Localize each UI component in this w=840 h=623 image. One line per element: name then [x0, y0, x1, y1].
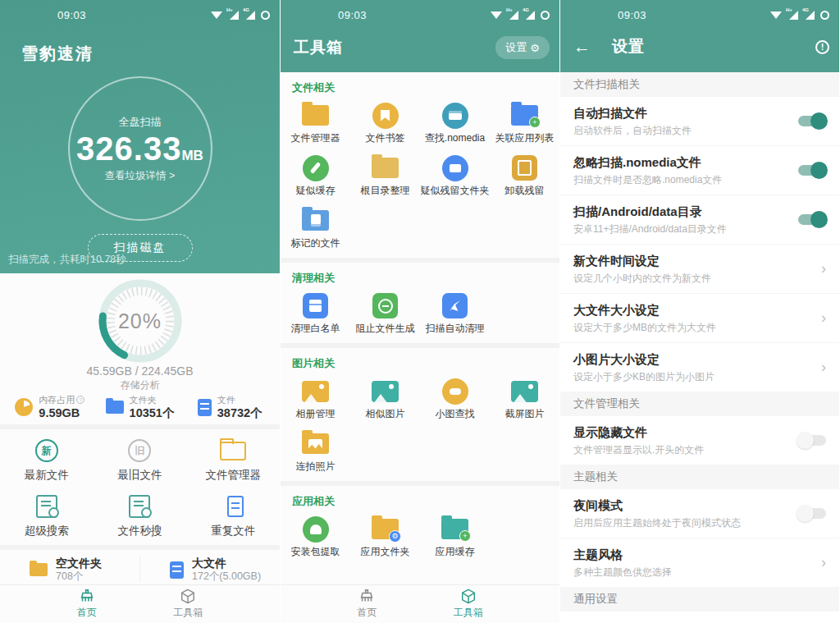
- folder-icon: [106, 401, 124, 414]
- nomedia-icon: [442, 103, 468, 129]
- oldest-files-icon: 旧: [128, 439, 151, 462]
- tool-similar-images[interactable]: 相似图片: [350, 378, 420, 420]
- settings-group-header: 通用设置: [560, 587, 839, 612]
- toggle[interactable]: [798, 508, 826, 519]
- tool-duplicate-files[interactable]: 重复文件: [186, 493, 280, 538]
- cube-icon: [179, 589, 197, 605]
- screen: 09:03 H+ 4G 雪豹速清 全盘扫描 326.33MB 查看垃圾详情 > …: [0, 0, 840, 623]
- stat-folders: 文件夹 10351个: [95, 395, 185, 419]
- screenshot-icon: [511, 381, 538, 402]
- block-icon: [372, 293, 398, 318]
- page-title: 工具箱: [294, 37, 343, 58]
- chevron-right-icon: ›: [821, 359, 826, 376]
- setting-auto-scan[interactable]: 自动扫描文件 启动软件后，自动扫描文件: [560, 97, 839, 145]
- tool-file-manager[interactable]: 文件管理器: [186, 437, 280, 483]
- linked-apps-icon: [511, 105, 538, 126]
- nav-home[interactable]: 首页: [357, 589, 377, 620]
- setting-show-hidden-files[interactable]: 显示隐藏文件 文件管理器显示以.开头的文件: [560, 416, 839, 465]
- setting-ignore-nomedia[interactable]: 忽略扫描.nomedia文件 扫描文件时是否忽略.nomedia文件: [560, 145, 839, 195]
- super-search-icon: [36, 495, 57, 518]
- tool-root-cleanup[interactable]: 根目录整理: [350, 154, 420, 197]
- battery-icon: [261, 11, 270, 20]
- status-bar: 09:03 H+ 4G: [281, 0, 559, 25]
- section-apps: 应用相关 安装包提取 应用文件夹 应用缓存: [281, 486, 559, 566]
- signal-icon: 4G: [244, 11, 255, 20]
- toggle[interactable]: [798, 435, 826, 446]
- tool-file-bookmarks[interactable]: 文件书签: [350, 102, 420, 144]
- settings-group-header: 文件管理相关: [560, 392, 839, 416]
- status-time: 09:03: [618, 9, 646, 21]
- broom-icon: [358, 589, 376, 605]
- tool-marked-files[interactable]: 标记的文件: [281, 207, 350, 250]
- settings-list: 文件扫描相关 自动扫描文件 启动软件后，自动扫描文件 忽略扫描.nomedia文…: [560, 72, 839, 623]
- setting-new-file-time[interactable]: 新文件时间设定 设定几个小时内的文件为新文件 ›: [560, 244, 839, 293]
- setting-big-file-size[interactable]: 大文件大小设定 设定大于多少MB的文件为大文件 ›: [560, 293, 839, 342]
- app-folders-icon: [372, 519, 399, 539]
- tool-block-file-creation[interactable]: 阻止文件生成: [350, 292, 420, 335]
- toolbox-header: 09:03 H+ 4G 工具箱 设置 ⚙: [281, 0, 559, 72]
- page-title: 设置: [612, 36, 645, 57]
- empty-folders-entry[interactable]: 空文件夹 708个: [0, 557, 139, 583]
- tool-clean-whitelist[interactable]: 清理白名单: [281, 292, 350, 335]
- section-images: 图片相关 相册管理 相似图片 小图查找 截屏图片: [281, 348, 559, 481]
- home-tools-grid: 新 最新文件 旧 最旧文件 文件管理器 超级搜索 文件秒搜 重复文件: [0, 429, 280, 545]
- setting-scan-android-data[interactable]: 扫描/Android/data目录 安卓11+扫描/Android/data目录…: [560, 195, 839, 244]
- back-icon[interactable]: ←: [573, 37, 591, 57]
- panel-home: 09:03 H+ 4G 雪豹速清 全盘扫描 326.33MB 查看垃圾详情 > …: [0, 0, 280, 623]
- tool-small-image-finder[interactable]: 小图查找: [420, 378, 490, 420]
- tool-suspected-cache[interactable]: 疑似缓存: [281, 154, 350, 197]
- chevron-right-icon: ›: [821, 260, 826, 277]
- tool-apk-extract[interactable]: 安装包提取: [281, 515, 350, 558]
- tool-oldest-files[interactable]: 旧 最旧文件: [94, 437, 187, 483]
- gear-icon: ⚙: [530, 42, 540, 54]
- tool-find-nomedia[interactable]: 查找.nomedia: [420, 102, 490, 144]
- signal-icon: H+: [228, 11, 239, 20]
- scan-result-circle: 全盘扫描 326.33MB 查看垃圾详情 >: [68, 76, 212, 221]
- tool-burst-photos[interactable]: 连拍照片: [281, 430, 350, 473]
- setting-theme-style[interactable]: 主题风格 多种主题颜色供您选择 ›: [560, 538, 839, 587]
- setting-small-image-size[interactable]: 小图片大小设定 设定小于多少KB的图片为小图片 ›: [560, 342, 839, 392]
- storage-caption: 存储分析: [0, 378, 280, 392]
- chevron-right-icon: ›: [821, 554, 826, 571]
- tool-uninstall-residue[interactable]: 卸载残留: [490, 154, 559, 197]
- tool-linked-apps[interactable]: 关联应用列表: [490, 102, 559, 144]
- tool-album-manager[interactable]: 相册管理: [281, 378, 350, 420]
- nav-toolbox[interactable]: 工具箱: [454, 589, 483, 620]
- battery-icon: [820, 11, 829, 20]
- stat-memory: 内存占用? 9.59GB: [5, 395, 95, 419]
- tool-super-search[interactable]: 超级搜索: [0, 493, 94, 538]
- view-junk-details-link[interactable]: 查看垃圾详情 >: [105, 169, 176, 183]
- whitelist-icon: [303, 293, 328, 318]
- help-icon[interactable]: ?: [76, 396, 84, 404]
- setting-night-mode[interactable]: 夜间模式 启用后应用主题始终处于夜间模式状态: [560, 489, 839, 538]
- signal-icon: H+: [788, 11, 798, 20]
- big-files-entry[interactable]: 大文件 172个(5.00GB): [139, 557, 280, 583]
- tool-app-cache[interactable]: 应用缓存: [420, 515, 490, 558]
- info-icon[interactable]: !: [815, 40, 829, 54]
- tool-app-folders[interactable]: 应用文件夹: [350, 515, 420, 558]
- nav-toolbox[interactable]: 工具箱: [173, 589, 203, 620]
- chevron-right-icon: ›: [821, 309, 826, 327]
- toggle[interactable]: [798, 214, 826, 225]
- tool-file-manager[interactable]: 文件管理器: [281, 102, 350, 144]
- big-file-icon: [170, 561, 184, 579]
- wifi-icon: [211, 11, 222, 19]
- small-image-icon: [442, 378, 468, 405]
- album-icon: [302, 381, 329, 402]
- scan-size-value: 326.33: [76, 131, 181, 167]
- status-bar: 09:03 H+ 4G: [0, 0, 280, 25]
- signal-icon: 4G: [524, 11, 535, 20]
- section-title: 清理相关: [281, 271, 559, 286]
- storage-gauge: 20% 45.59GB / 224.45GB 存储分析: [0, 273, 280, 392]
- tool-auto-clean-scan[interactable]: 扫描自动清理: [420, 292, 490, 335]
- storage-percent: 20%: [94, 278, 186, 364]
- tool-screenshots[interactable]: 截屏图片: [490, 378, 559, 420]
- toggle[interactable]: [798, 116, 826, 126]
- nav-home[interactable]: 首页: [77, 589, 97, 620]
- tool-instant-search[interactable]: 文件秒搜: [94, 493, 187, 538]
- toggle[interactable]: [798, 165, 826, 176]
- panel-settings: 09:03 H+ 4G ← 设置 ! 文件扫描相关 自动扫描文件 启动软件后，自…: [559, 0, 839, 623]
- tool-newest-files[interactable]: 新 最新文件: [0, 437, 94, 483]
- settings-button[interactable]: 设置 ⚙: [495, 36, 550, 59]
- tool-residual-folders[interactable]: 疑似残留文件夹: [420, 154, 490, 197]
